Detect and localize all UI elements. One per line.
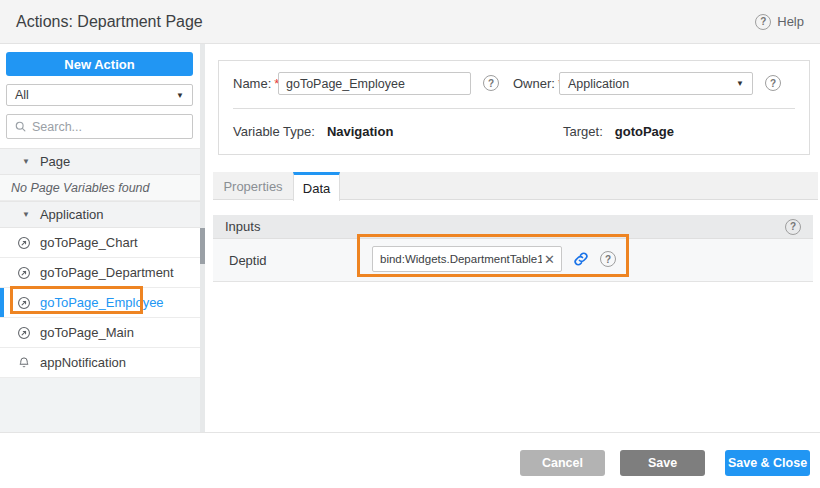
target-field: Target: gotoPage [563,124,674,139]
name-label: Name:* [233,76,279,91]
save-and-close-button[interactable]: Save & Close [725,450,810,476]
variable-list: ▼ Page No Page Variables found ▼ Applica… [0,148,200,378]
navigation-icon [17,266,31,280]
sidebar-item-label: goToPage_Department [40,265,174,280]
bell-icon [17,356,31,370]
search-icon [14,120,27,133]
owner-help-icon[interactable]: ? [765,75,781,91]
input-row-deptid: Deptid ✕ ? [213,239,813,282]
new-action-button[interactable]: New Action [6,52,193,76]
action-summary-box: Name:* ? Owner:* Application ▼ ? Variabl… [218,60,810,155]
bind-link-icon[interactable] [572,250,590,268]
group-header-application[interactable]: ▼ Application [0,201,200,228]
search-input[interactable] [32,120,185,134]
owner-select-value: Application [568,77,629,91]
target-label: Target: [563,124,603,139]
sidebar-item-gotopage-department[interactable]: goToPage_Department [0,258,200,288]
chevron-down-icon: ▼ [176,91,184,100]
actions-sidebar: New Action All ▼ ▼ Page No Page Variable… [0,44,200,432]
cancel-button[interactable]: Cancel [520,450,605,476]
deptid-bind-field[interactable]: ✕ [372,246,562,272]
deptid-bind-input[interactable] [380,253,542,265]
sidebar-item-gotopage-employee[interactable]: goToPage_Employee [0,288,200,318]
actions-dialog: Actions: Department Page ? Help New Acti… [0,0,820,488]
tab-data[interactable]: Data [293,172,340,201]
inputs-section-header: Inputs ? [213,215,813,239]
owner-label: Owner:* [513,76,563,91]
group-header-page[interactable]: ▼ Page [0,148,200,175]
action-detail-panel: Name:* ? Owner:* Application ▼ ? Variabl… [205,44,820,432]
tab-properties[interactable]: Properties [213,172,293,200]
tab-strip: Properties Data [213,172,818,200]
help-label: Help [777,14,804,29]
dialog-footer: Cancel Save Save & Close [0,432,820,488]
navigation-icon [17,236,31,250]
name-help-icon[interactable]: ? [483,75,499,91]
name-input[interactable] [278,72,471,95]
sidebar-empty-area [0,378,200,432]
variable-type-field: Variable Type: Navigation [233,124,393,139]
dialog-header: Actions: Department Page ? Help [0,0,820,44]
collapse-caret-icon: ▼ [22,210,30,219]
owner-select[interactable]: Application ▼ [559,72,753,95]
inputs-help-icon[interactable]: ? [785,219,801,235]
help-icon: ? [755,14,771,30]
variable-type-label: Variable Type: [233,124,315,139]
search-box[interactable] [6,114,193,139]
help-button[interactable]: ? Help [755,14,804,30]
sidebar-item-label: goToPage_Chart [40,235,138,250]
sidebar-item-label: goToPage_Employee [40,295,164,310]
navigation-icon [17,326,31,340]
collapse-caret-icon: ▼ [22,157,30,166]
save-button[interactable]: Save [620,450,705,476]
sidebar-item-label: appNotification [40,355,126,370]
group-label: Page [40,154,70,169]
page-group-empty-message: No Page Variables found [0,175,200,201]
sidebar-item-gotopage-chart[interactable]: goToPage_Chart [0,228,200,258]
summary-divider [233,108,795,109]
sidebar-item-appnotification[interactable]: appNotification [0,348,200,378]
page-title: Actions: Department Page [16,13,203,31]
filter-dropdown[interactable]: All ▼ [6,84,193,106]
inputs-section-title: Inputs [225,219,260,234]
target-value: gotoPage [615,124,674,139]
sidebar-item-gotopage-main[interactable]: goToPage_Main [0,318,200,348]
chevron-down-icon: ▼ [736,79,744,88]
deptid-help-icon[interactable]: ? [600,251,616,267]
sidebar-item-label: goToPage_Main [40,325,134,340]
group-label: Application [40,207,104,222]
navigation-icon [17,296,31,310]
input-name-label: Deptid [229,253,267,268]
filter-dropdown-value: All [15,88,29,102]
clear-binding-icon[interactable]: ✕ [542,252,557,267]
variable-type-value: Navigation [327,124,393,139]
